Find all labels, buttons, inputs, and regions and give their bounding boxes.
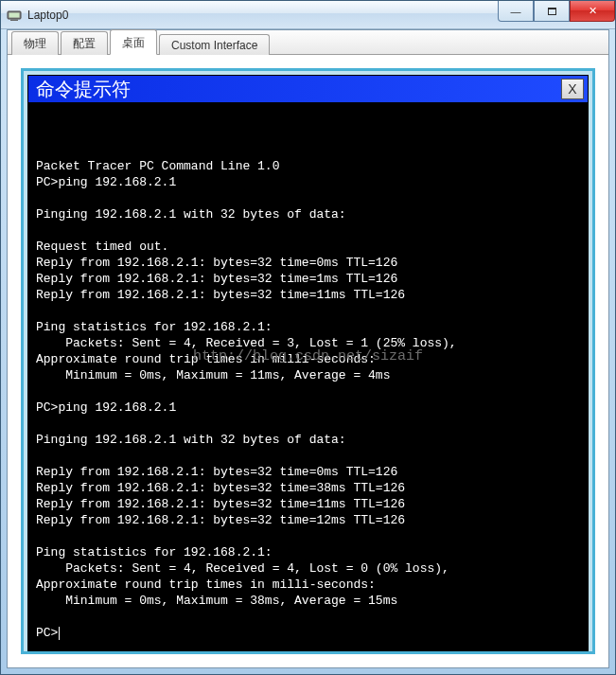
tab-3[interactable]: Custom Interface — [159, 34, 270, 55]
tab-1[interactable]: 配置 — [61, 31, 108, 55]
tab-0[interactable]: 物理 — [11, 31, 59, 55]
app-icon — [7, 8, 22, 23]
command-prompt-close-button[interactable]: X — [561, 79, 584, 99]
window-title: Laptop0 — [27, 9, 68, 22]
svg-rect-1 — [9, 12, 20, 17]
client-area: 物理配置桌面Custom Interface 命令提示符 X Packet Tr… — [7, 29, 609, 668]
watermark-text: http://blog.csdn.net/sizaif — [28, 348, 588, 364]
maximize-button[interactable] — [534, 1, 570, 22]
terminal-cursor — [59, 627, 60, 640]
minimize-button[interactable]: — — [498, 1, 534, 22]
terminal-output[interactable]: Packet Tracer PC Command Line 1.0 PC>pin… — [28, 102, 588, 652]
window-buttons: — ✕ — [498, 1, 615, 22]
tab-2[interactable]: 桌面 — [110, 29, 157, 55]
app-window: Laptop0 — ✕ 物理配置桌面Custom Interface 命令提示符… — [0, 0, 616, 675]
command-prompt-window: 命令提示符 X Packet Tracer PC Command Line 1.… — [27, 75, 589, 653]
maximize-icon — [548, 8, 556, 15]
command-prompt-title: 命令提示符 — [36, 77, 131, 102]
window-close-button[interactable]: ✕ — [570, 1, 615, 22]
desktop-panel: 命令提示符 X Packet Tracer PC Command Line 1.… — [8, 55, 608, 667]
desktop-frame: 命令提示符 X Packet Tracer PC Command Line 1.… — [21, 68, 595, 654]
tab-strip: 物理配置桌面Custom Interface — [8, 30, 608, 55]
command-prompt-titlebar[interactable]: 命令提示符 X — [28, 76, 588, 102]
svg-rect-2 — [10, 19, 18, 21]
